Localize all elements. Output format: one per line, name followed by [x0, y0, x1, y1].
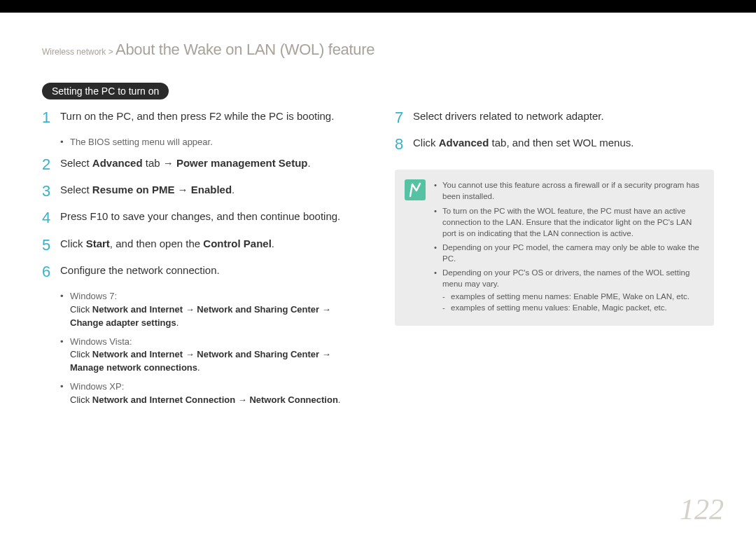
step-text: Press F10 to save your changes, and then… [60, 209, 361, 226]
note-box: You cannot use this feature across a fir… [395, 170, 714, 326]
left-column: 1 Turn on the PC, and then press F2 whil… [42, 109, 361, 414]
step-number: 5 [42, 237, 60, 254]
step-text: Select Advanced tab → Power management S… [60, 156, 361, 173]
step-6-sub: Windows 7: Click Network and Internet → … [60, 290, 361, 407]
section-badge: Setting the PC to turn on [42, 83, 169, 99]
sub-lead: Windows 7: [70, 291, 117, 301]
note-item: To turn on the PC with the WOL feature, … [434, 205, 703, 239]
note-list: You cannot use this feature across a fir… [434, 179, 703, 316]
step-8: 8 Click Advanced tab, and then set WOL m… [395, 136, 714, 153]
page-content: Wireless network > About the Wake on LAN… [0, 13, 756, 536]
step-1: 1 Turn on the PC, and then press F2 whil… [42, 109, 361, 126]
note-subitem: examples of setting menu names: Enable P… [442, 291, 703, 302]
step-number: 1 [42, 109, 60, 126]
step-text: Click Start, and then open the Control P… [60, 237, 361, 254]
sub-lead: Windows XP: [70, 381, 124, 392]
step-6: 6 Configure the network connection. [42, 263, 361, 280]
step-number: 7 [395, 109, 413, 126]
sub-item: Windows 7: Click Network and Internet → … [60, 290, 361, 330]
step-text: Click Advanced tab, and then set WOL men… [413, 136, 714, 153]
step-text: Configure the network connection. [60, 263, 361, 280]
sub-lead: Windows Vista: [70, 336, 132, 347]
note-item: Depending on your PC model, the camera m… [434, 242, 703, 264]
right-column: 7 Select drivers related to network adap… [395, 109, 714, 414]
step-7: 7 Select drivers related to network adap… [395, 109, 714, 126]
note-subitem: examples of setting menu values: Enable,… [442, 302, 703, 313]
step-5: 5 Click Start, and then open the Control… [42, 237, 361, 254]
step-2: 2 Select Advanced tab → Power management… [42, 156, 361, 173]
note-sublist: examples of setting menu names: Enable P… [442, 291, 703, 313]
step-4: 4 Press F10 to save your changes, and th… [42, 209, 361, 226]
note-item: You cannot use this feature across a fir… [434, 179, 703, 202]
step-number: 6 [42, 263, 60, 280]
sub-detail: Click Network and Internet → Network and… [70, 303, 361, 330]
page-title: About the Wake on LAN (WOL) feature [115, 41, 374, 58]
step-3: 3 Select Resume on PME → Enabled. [42, 183, 361, 200]
breadcrumb-title-row: Wireless network > About the Wake on LAN… [42, 41, 714, 59]
step-text: Select drivers related to network adapte… [413, 109, 714, 126]
page-number: 122 [680, 493, 724, 526]
step-number: 4 [42, 209, 60, 226]
breadcrumb: Wireless network > [42, 47, 115, 57]
sub-item: The BIOS setting menu will appear. [60, 136, 361, 149]
step-text: Select Resume on PME → Enabled. [60, 183, 361, 200]
step-number: 2 [42, 156, 60, 173]
note-item: Depending on your PC's OS or drivers, th… [434, 267, 703, 313]
sub-lead: The BIOS setting menu will appear. [70, 137, 213, 147]
sub-item: Windows XP: Click Network and Internet C… [60, 380, 361, 407]
sub-detail: Click Network and Internet → Network and… [70, 348, 361, 375]
step-text: Turn on the PC, and then press F2 while … [60, 109, 361, 126]
step-number: 8 [395, 136, 413, 153]
note-icon [405, 179, 426, 200]
step-1-sub: The BIOS setting menu will appear. [60, 136, 361, 149]
sub-detail: Click Network and Internet Connection → … [70, 394, 361, 407]
sub-item: Windows Vista: Click Network and Interne… [60, 336, 361, 376]
top-bar [0, 0, 756, 13]
note-item-text: Depending on your PC's OS or drivers, th… [442, 268, 690, 288]
step-number: 3 [42, 183, 60, 200]
